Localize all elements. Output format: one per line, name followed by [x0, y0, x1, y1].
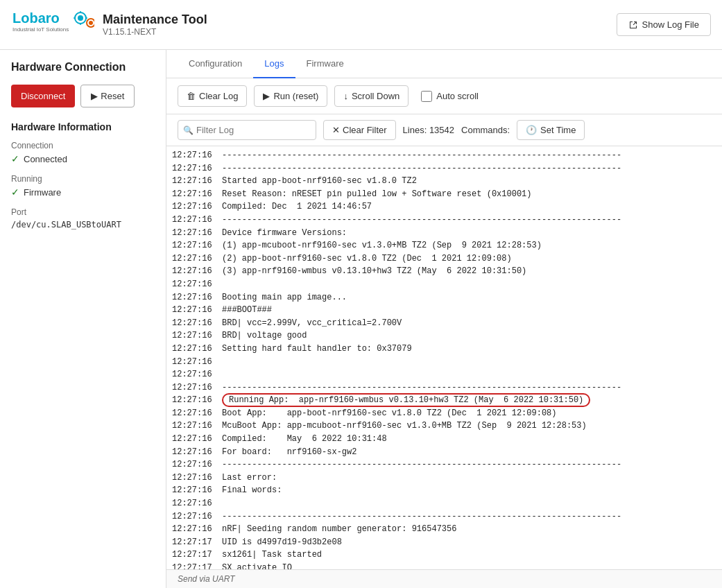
hw-info-title: Hardware Information [11, 121, 155, 132]
commands-info: Commands: [461, 125, 510, 135]
run-reset-button[interactable]: ▶ Run (reset) [254, 85, 327, 107]
log-line: 12:27:16 Running App: app-nrf9160-wmbus … [172, 394, 716, 407]
connection-section: Connection ✓ Connected [11, 141, 155, 164]
sidebar-title: Hardware Connection [11, 61, 155, 74]
lobaro-logo: Lobaro Industrial IoT Solutions [11, 8, 94, 42]
reset-label: Reset [101, 91, 124, 101]
auto-scroll-label: Auto scroll [436, 91, 479, 101]
show-log-label: Show Log File [642, 19, 699, 30]
header: Lobaro Industrial IoT Solutions Maintena… [0, 0, 722, 50]
svg-text:Lobaro: Lobaro [12, 10, 60, 26]
log-line: 12:27:16 [172, 278, 716, 291]
filter-input-wrapper: 🔍 [178, 120, 316, 140]
log-line: 12:27:16 Setting hard fault handler to: … [172, 343, 716, 356]
set-time-button[interactable]: 🕐 Set Time [517, 120, 585, 140]
running-label: Running [11, 174, 155, 184]
log-line: 12:27:16 -------------------------------… [172, 381, 716, 395]
running-value: ✓ Firmware [11, 187, 155, 198]
run-reset-label: Run (reset) [273, 91, 318, 101]
connection-status: Connected [24, 154, 67, 164]
log-line: 12:27:17 UID is d4997d19-9d3b2e08 [172, 536, 716, 549]
log-toolbar: 🗑 Clear Log ▶ Run (reset) ↓ Scroll Down … [166, 78, 722, 114]
log-line: 12:27:16 -------------------------------… [172, 214, 716, 227]
connection-value: ✓ Connected [11, 153, 155, 164]
log-line: 12:27:16 (3) app-nrf9160-wmbus v0.13.10+… [172, 265, 716, 278]
port-value: /dev/cu.SLAB_USBtoUART [11, 220, 155, 230]
log-line: 12:27:16 -------------------------------… [172, 510, 716, 524]
log-line: 12:27:16 Compiled: May 6 2022 10:31:48 [172, 433, 716, 446]
app-version: V1.15.1-NEXT [103, 27, 207, 37]
auto-scroll-checkbox[interactable] [421, 91, 432, 102]
log-line: 12:27:16 [172, 356, 716, 369]
log-line: 12:27:16 McuBoot App: app-mcuboot-nrf916… [172, 420, 716, 433]
tab-logs[interactable]: Logs [253, 50, 295, 78]
sidebar-buttons: Disconnect ▶ Reset [11, 85, 155, 107]
log-area[interactable]: 12:27:16 -------------------------------… [166, 146, 722, 569]
send-uart-bar: Send via UART [166, 569, 722, 588]
log-line: 12:27:16 -------------------------------… [172, 162, 716, 175]
clock-icon: 🕐 [526, 125, 537, 135]
show-log-button[interactable]: Show Log File [617, 13, 711, 36]
running-status: Firmware [24, 187, 61, 198]
app-title: Maintenance Tool V1.15.1-NEXT [103, 12, 207, 37]
log-line: 12:27:16 ###BOOT### [172, 304, 716, 317]
svg-text:Industrial IoT Solutions: Industrial IoT Solutions [12, 26, 69, 33]
port-label: Port [11, 207, 155, 217]
auto-scroll-option: Auto scroll [421, 91, 479, 102]
scroll-down-icon: ↓ [343, 91, 348, 101]
tab-firmware[interactable]: Firmware [295, 50, 355, 78]
set-time-label: Set Time [540, 125, 576, 135]
clear-log-label: Clear Log [199, 91, 238, 101]
logo-area: Lobaro Industrial IoT Solutions Maintena… [11, 8, 207, 42]
log-line: 12:27:16 [172, 368, 716, 381]
svg-point-3 [89, 21, 93, 25]
running-section: Running ✓ Firmware [11, 174, 155, 198]
log-line: 12:27:16 Final words: [172, 484, 716, 497]
filter-log-input[interactable] [178, 120, 316, 140]
scroll-down-button[interactable]: ↓ Scroll Down [334, 85, 409, 107]
external-link-icon [628, 20, 638, 30]
disconnect-button[interactable]: Disconnect [11, 85, 75, 107]
main-layout: Hardware Connection Disconnect ▶ Reset H… [0, 50, 722, 588]
log-line: 12:27:16 Compiled: Dec 1 2021 14:46:57 [172, 200, 716, 214]
log-line: 12:27:16 Last error: [172, 472, 716, 485]
app-name: Maintenance Tool [103, 12, 207, 27]
lines-info: Lines: 13542 [403, 125, 454, 135]
log-line: 12:27:16 (1) app-mcuboot-nrf9160-sec v1.… [172, 239, 716, 252]
filter-bar: 🔍 ✕ Clear Filter Lines: 13542 Commands: … [166, 114, 722, 146]
log-line: 12:27:16 Booting main app image... [172, 291, 716, 304]
log-line: 12:27:16 Reset Reason: nRESET pin pulled… [172, 188, 716, 201]
clear-filter-label: Clear Filter [343, 125, 387, 135]
check-icon-2: ✓ [11, 187, 19, 198]
log-line: 12:27:17 SX activate IO [172, 562, 716, 569]
scroll-down-label: Scroll Down [352, 91, 399, 101]
clear-log-button[interactable]: 🗑 Clear Log [178, 85, 247, 107]
tab-configuration[interactable]: Configuration [178, 50, 253, 78]
check-icon: ✓ [11, 153, 19, 164]
log-line: 12:27:16 Boot App: app-boot-nrf9160-sec … [172, 407, 716, 420]
log-line: 12:27:16 -------------------------------… [172, 458, 716, 472]
highlighted-log-line: Running App: app-nrf9160-wmbus v0.13.10+… [222, 393, 590, 407]
port-section: Port /dev/cu.SLAB_USBtoUART [11, 207, 155, 230]
log-line: 12:27:16 BRD| voltage good [172, 329, 716, 343]
log-line: 12:27:16 Started app-boot-nrf9160-sec v1… [172, 175, 716, 188]
content-area: Configuration Logs Firmware 🗑 Clear Log … [166, 50, 722, 588]
sidebar: Hardware Connection Disconnect ▶ Reset H… [0, 50, 166, 588]
send-uart-label: Send via UART [178, 574, 234, 584]
log-line: 12:27:16 Device firmware Versions: [172, 227, 716, 240]
clear-filter-button[interactable]: ✕ Clear Filter [323, 120, 396, 140]
log-line: 12:27:16 BRD| vcc=2.999V, vcc_critical=2… [172, 317, 716, 330]
tab-firmware-label: Firmware [307, 58, 344, 69]
tabs-bar: Configuration Logs Firmware [166, 50, 722, 78]
reset-button[interactable]: ▶ Reset [80, 85, 135, 107]
log-line: 12:27:16 nRF| Seeding random number gene… [172, 523, 716, 536]
log-line: 12:27:17 sx1261| Task started [172, 548, 716, 562]
log-line: 12:27:16 -------------------------------… [172, 149, 716, 162]
log-line: 12:27:16 [172, 497, 716, 510]
search-icon: 🔍 [183, 126, 194, 135]
play-icon: ▶ [91, 91, 98, 101]
tab-logs-label: Logs [264, 58, 284, 69]
log-content: 12:27:16 -------------------------------… [166, 149, 722, 569]
hardware-info: Hardware Information Connection ✓ Connec… [11, 121, 155, 230]
log-line: 12:27:16 For board: nrf9160-sx-gw2 [172, 446, 716, 459]
